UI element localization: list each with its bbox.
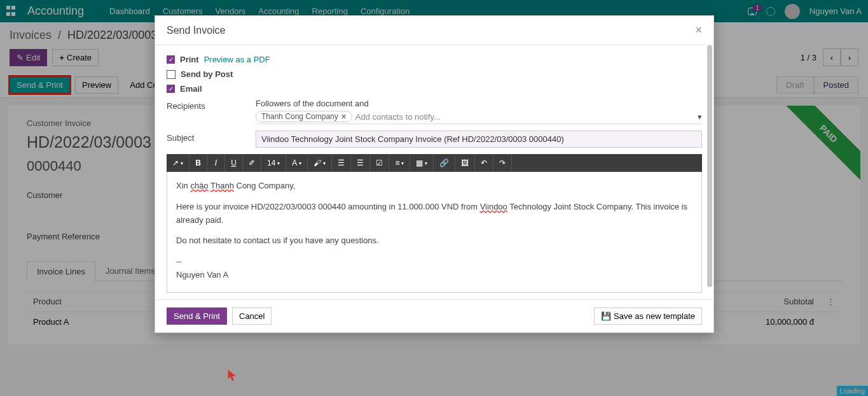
print-label: Print [180,55,199,64]
dropdown-caret-icon[interactable]: ▾ [698,112,702,122]
font-color-icon[interactable]: A▾ [286,154,308,172]
underline-icon[interactable]: U [225,154,243,172]
link-icon[interactable]: 🔗 [434,154,455,172]
bold-icon[interactable]: B [189,154,207,172]
cancel-button[interactable]: Cancel [232,308,272,325]
close-icon[interactable]: × [695,24,702,37]
image-icon[interactable]: 🖼 [455,154,475,172]
modal-send-print-button[interactable]: Send & Print [167,308,227,325]
editor-content[interactable]: Xin chào Thanh Cong Company, Here is you… [167,172,702,293]
checklist-icon[interactable]: ☑ [370,154,389,172]
followers-text: Followers of the document and [256,99,702,108]
email-checkbox[interactable]: ✓ [167,85,175,93]
save-icon: 💾 [601,311,611,321]
add-contacts-input[interactable]: Add contacts to notify... [355,112,694,122]
save-template-button[interactable]: 💾 Save as new template [594,308,702,325]
subject-label: Subject [167,131,256,148]
preview-pdf-link[interactable]: Preview as a PDF [204,55,270,64]
modal-title: Send Invoice [167,25,226,36]
post-checkbox[interactable] [167,70,176,79]
send-invoice-modal: Send Invoice × ✓ Print Preview as a PDF … [155,15,714,333]
recipient-tag: Thanh Cong Company ✕ [256,111,352,122]
recipients-label: Recipients [167,99,256,124]
email-label: Email [180,84,202,94]
post-label: Send by Post [181,69,233,79]
editor-toolbar: ↗▾ B I U ✐ 14▾ A▾ 🖌▾ ☰ ☰ ☑ ≡▾ ▦▾ 🔗 🖼 ↶ ↷ [167,154,702,172]
subject-input[interactable] [256,131,702,148]
ol-icon[interactable]: ☰ [351,154,370,172]
ul-icon[interactable]: ☰ [332,154,351,172]
print-checkbox[interactable]: ✓ [167,55,175,64]
eraser-icon[interactable]: ✐ [243,154,261,172]
font-size-select[interactable]: 14▾ [261,154,286,172]
italic-icon[interactable]: I [207,154,225,172]
align-icon[interactable]: ≡▾ [389,154,410,172]
remove-format-icon[interactable]: ↗▾ [167,154,189,172]
highlight-icon[interactable]: 🖌▾ [308,154,332,172]
undo-icon[interactable]: ↶ [475,154,493,172]
modal-scrollbar[interactable] [706,45,712,299]
table-icon[interactable]: ▦▾ [410,154,434,172]
redo-icon[interactable]: ↷ [493,154,512,172]
tag-remove-icon[interactable]: ✕ [341,113,347,121]
